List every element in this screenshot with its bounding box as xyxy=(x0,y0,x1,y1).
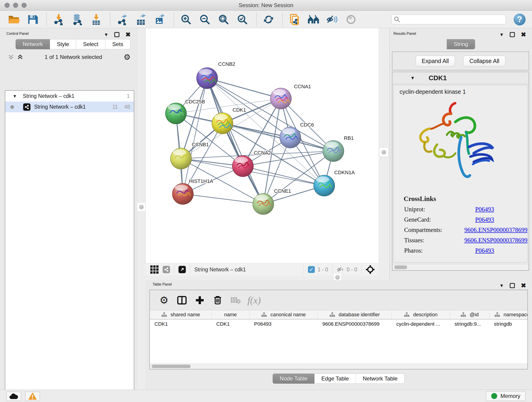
zoom-out-button[interactable] xyxy=(199,13,211,26)
delete-column-button[interactable] xyxy=(212,294,224,306)
column-header-database-identifier[interactable]: database identifier xyxy=(318,310,392,319)
maximize-panel-icon[interactable] xyxy=(510,32,515,37)
table-row[interactable]: CDK1CDK1P064939606.ENSP00000378699cyclin… xyxy=(150,319,527,329)
cloud-button[interactable] xyxy=(6,392,21,401)
right-splitter-knob[interactable] xyxy=(380,148,388,157)
table-cell[interactable]: stringdb:9... xyxy=(450,319,489,329)
expand-all-icon[interactable] xyxy=(17,54,23,60)
open-session-button[interactable] xyxy=(8,13,20,26)
network-node-CDK1[interactable] xyxy=(212,113,233,134)
crosslink-link[interactable]: 9606.ENSP00000378699 xyxy=(464,237,527,244)
network-row[interactable]: String Network – cdk1 11 48 xyxy=(5,102,134,112)
tab-select[interactable]: Select xyxy=(76,39,105,49)
network-collection-row[interactable]: ▼ String Network – cdk1 1 xyxy=(5,91,134,102)
float-panel-icon[interactable]: ▼ xyxy=(104,32,109,37)
search-input[interactable] xyxy=(400,16,506,23)
export-table-button[interactable] xyxy=(135,13,147,26)
hide-selected-button[interactable] xyxy=(326,13,338,26)
network-canvas[interactable]: CCNB2CCNA1CDC25BCDK1CDC6RB1CCNB1CCNA2CDK… xyxy=(145,28,379,263)
collection-expand-icon[interactable]: ▼ xyxy=(13,94,17,99)
tab-edge-table[interactable]: Edge Table xyxy=(315,374,356,384)
view-string-icon[interactable] xyxy=(163,266,170,273)
column-header-canonical-name[interactable]: canonical name xyxy=(249,310,318,319)
network-options-gear-icon[interactable]: ⚙ xyxy=(124,52,131,62)
zoom-in-button[interactable] xyxy=(180,13,192,26)
gene-collapse-icon[interactable]: ▼ xyxy=(410,75,415,81)
network-node-RB1[interactable] xyxy=(323,140,344,162)
tab-sets[interactable]: Sets xyxy=(105,39,130,49)
tab-string[interactable]: String xyxy=(447,39,475,49)
network-node-CCNB1[interactable] xyxy=(171,148,191,169)
network-node-CDC25B[interactable] xyxy=(165,103,186,124)
results-buttons-box: Expand All Collapse All xyxy=(392,51,529,70)
gene-name: CDK1 xyxy=(429,74,447,82)
memory-button[interactable]: Memory xyxy=(486,391,526,401)
column-header-description[interactable]: description xyxy=(392,310,450,319)
show-columns-button[interactable] xyxy=(176,294,188,306)
import-table-file-button[interactable] xyxy=(90,13,102,26)
crosslink-link[interactable]: 9606.ENSP00000378699 xyxy=(464,226,527,234)
warnings-button[interactable] xyxy=(25,392,40,401)
tab-network-table[interactable]: Network Table xyxy=(356,374,405,384)
first-neighbors-button[interactable] xyxy=(307,13,319,26)
column-header-namespace[interactable]: namespace xyxy=(489,310,527,319)
table-options-button[interactable]: ⚙ xyxy=(158,294,170,306)
close-panel-icon[interactable]: ✖ xyxy=(521,31,526,38)
left-splitter-knob[interactable] xyxy=(137,203,146,211)
expand-all-button[interactable]: Expand All xyxy=(416,56,455,66)
export-image-button[interactable] xyxy=(154,13,166,26)
birdseye-crosshair-icon[interactable] xyxy=(366,265,375,274)
table-hscrollbar[interactable] xyxy=(150,364,527,369)
column-header-name[interactable]: name xyxy=(212,310,249,319)
import-database-icon xyxy=(72,14,83,25)
table-cell[interactable]: stringdb xyxy=(489,319,527,329)
crosslink-link[interactable]: P06493 xyxy=(475,206,494,213)
current-network-dot-icon xyxy=(10,105,14,109)
network-node-CDKN1A[interactable] xyxy=(314,175,335,196)
tab-style[interactable]: Style xyxy=(50,39,76,49)
gene-panel-hscrollbar[interactable] xyxy=(393,264,529,270)
import-network-database-button[interactable] xyxy=(71,13,83,26)
export-network-button[interactable] xyxy=(116,13,128,26)
selected-checkbox-icon[interactable]: ✓ xyxy=(308,266,315,273)
help-button[interactable]: ? xyxy=(514,13,526,26)
collapse-all-button[interactable]: Collapse All xyxy=(463,56,506,66)
crosslink-link[interactable]: P06493 xyxy=(475,247,494,254)
network-node-CCNA2[interactable] xyxy=(232,156,253,177)
zoom-out-icon xyxy=(199,14,210,25)
maximize-panel-icon[interactable] xyxy=(114,32,119,37)
maximize-panel-icon[interactable] xyxy=(510,283,515,288)
create-column-button[interactable] xyxy=(194,294,206,306)
network-node-CCNB2[interactable] xyxy=(196,68,218,89)
column-header-@id[interactable]: @id xyxy=(450,310,489,319)
network-node-CCNE1[interactable] xyxy=(253,193,274,215)
network-node-CDC6[interactable] xyxy=(280,127,301,148)
network-node-HIST1H1A[interactable] xyxy=(172,183,193,204)
table-cell[interactable]: 9606.ENSP00000378699 xyxy=(318,319,392,329)
table-cell[interactable]: P06493 xyxy=(249,319,318,329)
collapse-all-icon[interactable] xyxy=(8,54,14,60)
detach-view-icon[interactable] xyxy=(178,266,186,273)
crosslink-link[interactable]: P06493 xyxy=(475,216,494,223)
float-panel-icon[interactable]: ▼ xyxy=(500,283,504,288)
tab-node-table[interactable]: Node Table xyxy=(273,374,315,384)
table-cell[interactable]: CDK1 xyxy=(150,319,212,329)
show-all-button[interactable] xyxy=(345,13,357,26)
close-panel-icon[interactable]: ✖ xyxy=(521,282,526,289)
float-panel-icon[interactable]: ▼ xyxy=(500,32,504,37)
table-cell[interactable]: cyclin-dependent ... xyxy=(392,319,450,329)
view-grid-icon[interactable] xyxy=(150,265,158,274)
import-network-file-button[interactable] xyxy=(53,13,65,26)
close-panel-icon[interactable]: ✖ xyxy=(125,31,131,38)
network-node-CCNA1[interactable] xyxy=(270,88,291,109)
save-session-button[interactable] xyxy=(27,13,38,26)
column-header-shared-name[interactable]: shared name xyxy=(150,310,212,319)
stringify-network-button[interactable] xyxy=(289,13,301,26)
zoom-selected-button[interactable] xyxy=(236,13,248,26)
zoom-fit-button[interactable] xyxy=(218,13,230,26)
apply-layout-button[interactable] xyxy=(263,13,274,26)
tab-network[interactable]: Network xyxy=(16,39,50,49)
crosslinks-list: Uniprot:P06493GeneCard:P06493Compartment… xyxy=(394,206,527,254)
table-cell[interactable]: CDK1 xyxy=(212,319,249,329)
crosslink-label: GeneCard: xyxy=(404,216,475,223)
